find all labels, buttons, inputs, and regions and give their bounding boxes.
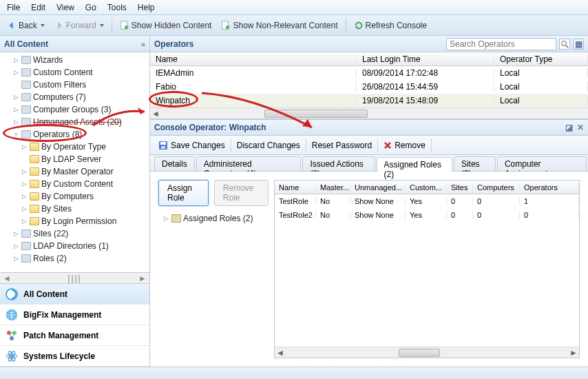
roles-icon — [21, 254, 31, 263]
tree-label: Computer Groups (3) — [33, 105, 111, 114]
collapse-icon[interactable]: « — [141, 40, 145, 48]
roles-scrollbar[interactable]: ◄► — [275, 347, 579, 358]
tab-computer-assignments[interactable]: Computer Assignments — [497, 156, 587, 171]
cell-login: 26/08/2014 15:44:59 — [357, 82, 494, 92]
domain-label: All Content — [23, 289, 67, 299]
menu-view[interactable]: View — [51, 1, 80, 14]
svg-point-1 — [125, 25, 128, 29]
show-nonrelevant-label: Show Non-Relevant Content — [233, 21, 337, 30]
close-icon[interactable]: ✕ — [577, 123, 584, 132]
menu-tools[interactable]: Tools — [102, 1, 132, 14]
x-icon — [384, 141, 392, 150]
tree-operators[interactable]: ▿Operators (8) — [0, 128, 149, 141]
folder-icon — [30, 205, 39, 213]
reset-password-button[interactable]: Reset Password — [306, 139, 378, 152]
col-login[interactable]: Last Login Time — [357, 54, 494, 64]
tree-by-master[interactable]: ▷By Master Operator — [0, 165, 149, 178]
discard-button[interactable]: Discard Changes — [231, 139, 306, 152]
box-icon — [21, 68, 31, 76]
tree-computers[interactable]: ▷Computers (7) — [0, 91, 149, 103]
cell-login: 19/08/2014 15:48:09 — [357, 96, 494, 105]
popout-icon[interactable]: ◪ — [565, 123, 573, 132]
tree-ldap[interactable]: ▷LDAP Directories (1) — [0, 240, 149, 252]
tab-sites[interactable]: Sites (3) — [454, 156, 496, 171]
cell-type: Local — [494, 82, 588, 92]
nav-tree[interactable]: ▷Wizards ▷Custom Content Custom Filters … — [0, 52, 149, 272]
domain-systems[interactable]: Systems Lifecycle — [0, 346, 149, 367]
tree-label: Assigned Roles (2) — [183, 214, 253, 223]
col-name[interactable]: Name — [150, 54, 357, 64]
tree-by-operator-type[interactable]: ▷By Operator Type — [0, 141, 149, 153]
tree-label: Wizards — [33, 55, 63, 65]
chevron-down-icon — [100, 24, 104, 27]
folder-icon — [30, 155, 39, 163]
assign-role-button[interactable]: Assign Role — [158, 180, 209, 206]
operator-row[interactable]: IEMAdmin 08/09/2014 17:02:48 Local — [150, 66, 588, 80]
tree-label: Operators (8) — [33, 130, 82, 139]
back-button[interactable]: Back — [3, 19, 49, 32]
remove-role-button[interactable]: Remove Role — [214, 180, 269, 206]
show-hidden-button[interactable]: Show Hidden Content — [116, 19, 216, 32]
rcol-name[interactable]: Name — [275, 183, 316, 192]
main: All Content « ▷Wizards ▷Custom Content C… — [0, 36, 588, 367]
rcol-computers[interactable]: Computers — [473, 183, 520, 192]
role-row[interactable]: TestRole No Show None Yes 0 0 1 — [275, 194, 579, 208]
rcol-unmanaged[interactable]: Unmanaged... — [350, 183, 406, 192]
tree-roles[interactable]: ▷Roles (2) — [0, 252, 149, 265]
operator-row[interactable]: Winpatch 19/08/2014 15:48:09 Local — [150, 94, 588, 107]
refresh-icon — [354, 21, 364, 30]
show-nonrelevant-button[interactable]: Show Non-Relevant Content — [217, 19, 342, 32]
remove-button[interactable]: Remove — [378, 139, 432, 152]
tree-by-login[interactable]: ▷By Login Permission — [0, 215, 149, 227]
role-left: Assign Role Remove Role ▷Assigned Roles … — [158, 180, 269, 358]
search-button[interactable] — [559, 39, 570, 50]
tree-by-sites[interactable]: ▷By Sites — [0, 203, 149, 215]
cell-type: Local — [494, 68, 588, 78]
domain-bigfix[interactable]: BigFix Management — [0, 305, 149, 325]
forward-button[interactable]: Forward — [50, 19, 108, 32]
tree-custom-content[interactable]: ▷Custom Content — [0, 66, 149, 79]
tree-label: Roles (2) — [33, 254, 67, 263]
search-input[interactable] — [446, 38, 556, 50]
tab-content: Assign Role Remove Role ▷Assigned Roles … — [150, 172, 588, 367]
tab-details[interactable]: Details — [154, 156, 195, 171]
role-row[interactable]: TestRole2 No Show None Yes 0 0 0 — [275, 208, 579, 222]
grid-scrollbar[interactable]: ◄ — [150, 107, 588, 119]
tree-computer-groups[interactable]: ▷Computer Groups (3) — [0, 103, 149, 116]
tree-by-custom[interactable]: ▷By Custom Content — [0, 178, 149, 190]
tree-by-ldap[interactable]: By LDAP Server — [0, 153, 149, 165]
rcol-custom[interactable]: Custom... — [406, 183, 447, 192]
tree-label: Unmanaged Assets (20) — [33, 117, 122, 127]
refresh-button[interactable]: Refresh Console — [350, 19, 431, 32]
rcell: 0 — [447, 211, 473, 219]
tree-by-computers[interactable]: ▷By Computers — [0, 190, 149, 203]
list-options-button[interactable]: ▦ — [573, 39, 584, 50]
menu-file[interactable]: File — [1, 1, 25, 14]
svg-rect-17 — [161, 146, 165, 149]
col-type[interactable]: Operator Type — [494, 54, 588, 64]
role-tree[interactable]: ▷Assigned Roles (2) — [158, 212, 269, 225]
domain-patch[interactable]: Patch Management — [0, 325, 149, 346]
domain-all-content[interactable]: All Content — [0, 284, 149, 305]
tree-unmanaged[interactable]: ▷Unmanaged Assets (20) — [0, 116, 149, 128]
save-icon — [158, 141, 168, 150]
rcol-operators[interactable]: Operators — [520, 183, 579, 192]
menu-help[interactable]: Help — [132, 1, 160, 14]
menu-go[interactable]: Go — [80, 1, 102, 14]
role-tree-root[interactable]: ▷Assigned Roles (2) — [158, 212, 269, 225]
rcol-sites[interactable]: Sites — [447, 183, 473, 192]
svg-point-3 — [226, 25, 229, 29]
rcol-master[interactable]: Master... — [316, 183, 350, 192]
menu-edit[interactable]: Edit — [25, 1, 51, 14]
operator-row[interactable]: Fabio 26/08/2014 15:44:59 Local — [150, 80, 588, 94]
tree-custom-filters[interactable]: Custom Filters — [0, 79, 149, 91]
tree-label: By Sites — [41, 204, 72, 214]
tab-admin-computers[interactable]: Administered Computers (4) — [196, 156, 302, 171]
tab-issued-actions[interactable]: Issued Actions (0) — [302, 156, 375, 171]
tree-wizards[interactable]: ▷Wizards — [0, 54, 149, 66]
tree-sites[interactable]: ▷Sites (22) — [0, 227, 149, 240]
rcell: 0 — [520, 211, 579, 219]
save-button[interactable]: Save Changes — [153, 139, 231, 152]
tree-scrollbar[interactable]: ◄||||► — [0, 272, 149, 283]
tab-assigned-roles[interactable]: Assigned Roles (2) — [377, 157, 452, 172]
